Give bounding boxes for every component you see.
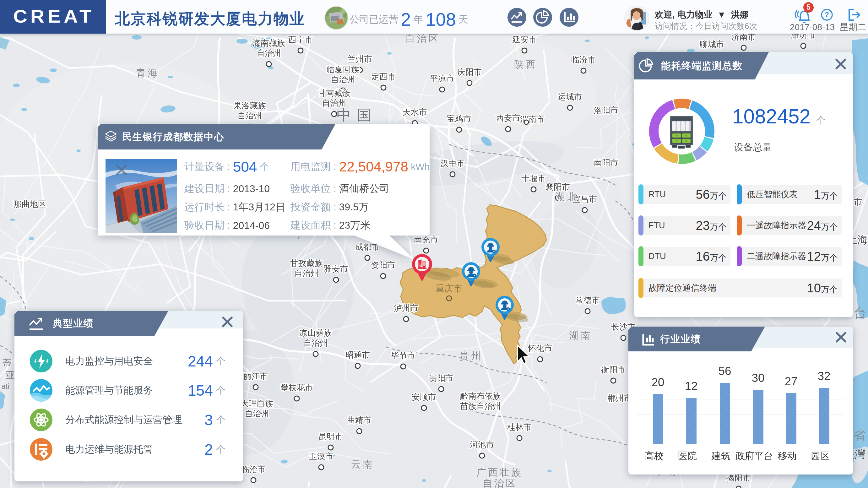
svg-text:丽江市: 丽江市 <box>243 371 268 381</box>
svg-text:广西壮族: 广西壮族 <box>476 467 523 478</box>
svg-text:自治州: 自治州 <box>238 111 262 120</box>
svg-text:昆明市: 昆明市 <box>318 432 343 441</box>
svg-text:聊城市: 聊城市 <box>700 39 724 49</box>
svg-text:黔南布依族: 黔南布依族 <box>460 391 501 401</box>
svg-text:雅安市: 雅安市 <box>323 264 348 274</box>
svg-text:西安市: 西安市 <box>496 113 520 123</box>
svg-text:自治区: 自治区 <box>483 478 518 488</box>
svg-text:临夏回族: 临夏回族 <box>327 65 359 74</box>
svg-text:自治州: 自治州 <box>245 409 269 418</box>
svg-text:贵阳市: 贵阳市 <box>429 373 454 383</box>
svg-text:贵州: 贵州 <box>459 350 483 361</box>
svg-text:南阳市: 南阳市 <box>594 158 618 167</box>
svg-text:那曲地区: 那曲地区 <box>13 200 46 209</box>
svg-text:河池市: 河池市 <box>470 440 494 449</box>
svg-text:桂林市: 桂林市 <box>507 422 532 432</box>
svg-text:台: 台 <box>854 306 866 320</box>
svg-text:大理白族: 大理白族 <box>241 399 273 408</box>
svg-text:怀化市: 怀化市 <box>528 343 552 353</box>
svg-text:汉中市: 汉中市 <box>440 159 465 168</box>
svg-text:襄阳市: 襄阳市 <box>546 182 570 191</box>
svg-text:自治州: 自治州 <box>256 48 281 58</box>
svg-text:自治州: 自治州 <box>322 98 346 108</box>
svg-text:?: ? <box>825 11 829 19</box>
svg-text:甘南藏族: 甘南藏族 <box>318 88 350 98</box>
svg-text:临沧市: 临沧市 <box>241 464 266 474</box>
svg-text:衡阳市: 衡阳市 <box>601 365 626 374</box>
svg-text:洛阳市: 洛阳市 <box>594 105 618 115</box>
svg-text:玉溪市: 玉溪市 <box>309 452 334 461</box>
svg-text:青海: 青海 <box>136 67 159 79</box>
svg-text:昭通市: 昭通市 <box>345 350 370 360</box>
svg-text:苗族自治州: 苗族自治州 <box>460 401 501 411</box>
svg-text:天水市: 天水市 <box>403 108 427 117</box>
svg-text:安顺市: 安顺市 <box>412 392 436 402</box>
svg-text:甘孜藏族: 甘孜藏族 <box>290 258 323 268</box>
svg-text:湖南: 湖南 <box>569 330 592 341</box>
svg-text:果洛藏族: 果洛藏族 <box>233 101 266 110</box>
svg-text:泸州市: 泸州市 <box>394 303 418 313</box>
svg-text:曲靖市: 曲靖市 <box>347 416 372 425</box>
svg-text:蒂: 蒂 <box>2 358 11 368</box>
svg-text:运城市: 运城市 <box>558 92 582 101</box>
svg-text:庆阳市: 庆阳市 <box>457 67 482 77</box>
svg-text:毕节市: 毕节市 <box>391 351 415 360</box>
svg-text:海南藏族: 海南藏族 <box>252 38 285 48</box>
svg-text:自治州: 自治州 <box>303 338 328 347</box>
svg-text:陕西: 陕西 <box>514 59 537 70</box>
svg-text:常德市: 常德市 <box>575 296 600 305</box>
svg-text:平凉市: 平凉市 <box>430 74 455 83</box>
svg-text:西宁市: 西宁市 <box>288 35 313 44</box>
svg-text:宝鸡市: 宝鸡市 <box>447 114 471 123</box>
svg-text:湖北: 湖北 <box>555 191 579 202</box>
svg-text:重庆市: 重庆市 <box>436 283 462 293</box>
svg-text:自治州: 自治州 <box>331 75 355 84</box>
svg-text:攀枝花市: 攀枝花市 <box>280 383 313 392</box>
svg-text:兰州市: 兰州市 <box>348 54 372 64</box>
svg-text:延安市: 延安市 <box>512 35 537 44</box>
svg-text:定西市: 定西市 <box>371 72 396 81</box>
svg-text:临汾市: 临汾市 <box>571 55 596 64</box>
svg-text:资阳市: 资阳市 <box>371 260 395 270</box>
svg-text:十堰市: 十堰市 <box>521 174 546 183</box>
svg-text:中国: 中国 <box>337 107 377 123</box>
svg-text:凉山彝族: 凉山彝族 <box>299 328 332 338</box>
svg-text:云南: 云南 <box>351 459 374 470</box>
svg-text:自治州: 自治州 <box>294 269 319 278</box>
svg-text:ati: ati <box>1 382 9 390</box>
